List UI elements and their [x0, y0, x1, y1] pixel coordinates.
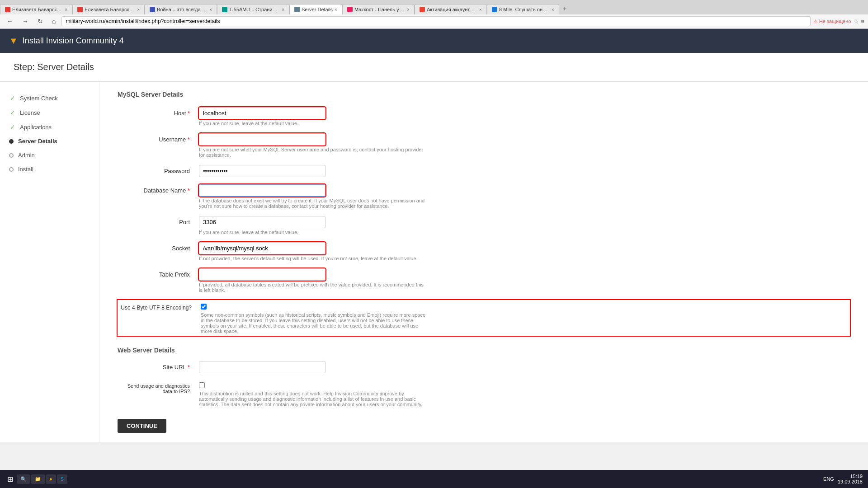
tableprefix-input[interactable]	[199, 268, 326, 281]
back-button[interactable]: ←	[4, 16, 16, 26]
sidebar-item-license[interactable]: ✓License	[7, 105, 92, 120]
tab7-close[interactable]: ×	[479, 7, 482, 12]
port-input[interactable]	[199, 216, 326, 228]
username-input[interactable]	[199, 133, 326, 145]
port-hint: If you are not sure, leave at the defaul…	[199, 230, 425, 235]
sidebar-icon-applications: ✓	[9, 123, 16, 131]
page-title: Step: Server Details	[14, 62, 854, 72]
tableprefix-field: If provided, all database tables created…	[199, 268, 425, 293]
dbname-row: Database Name * If the database does not…	[118, 184, 850, 209]
browser-tab-tab8[interactable]: 8 Mile. Слушать онлай...×	[487, 4, 559, 14]
username-row: Username * If you are not sure what your…	[118, 133, 850, 158]
tab2-title: Елизавета Баварская: 1с...	[85, 7, 135, 12]
sidebar-icon-install	[9, 167, 14, 172]
url-input[interactable]	[61, 16, 810, 26]
sidebar-label-server-details: Server Details	[18, 138, 57, 145]
password-label: Password	[118, 165, 199, 174]
tab8-close[interactable]: ×	[552, 7, 554, 12]
page-content: ▼ Install Invision Community 4 Step: Ser…	[0, 29, 868, 442]
siteurl-input[interactable]	[199, 361, 326, 373]
tab6-close[interactable]: ×	[407, 7, 410, 12]
siteurl-row: Site URL *	[118, 361, 850, 373]
usage-label: Send usage and diagnostics data to IPS?	[118, 380, 199, 394]
sidebar-icon-server-details	[9, 139, 14, 144]
sidebar-label-install: Install	[18, 166, 33, 173]
socket-label: Socket	[118, 242, 199, 252]
sidebar-item-install[interactable]: Install	[7, 162, 92, 176]
tableprefix-row: Table Prefix If provided, all database t…	[118, 268, 850, 293]
forward-button[interactable]: →	[19, 16, 32, 26]
port-row: Port If you are not sure, leave at the d…	[118, 216, 850, 235]
utf8-row: Use 4-Byte UTF-8 Encoding? Some non-comm…	[118, 300, 850, 336]
browser-tab-tab7[interactable]: Активация аккаунта а2...×	[415, 4, 487, 14]
usage-hint: This distribution is nulled and this set…	[199, 391, 425, 407]
socket-row: Socket If not provided, the server's def…	[118, 242, 850, 261]
address-bar: ← → ↻ ⌂ ⚠ Не защищено ☆ ≡	[0, 14, 868, 28]
sidebar-label-admin: Admin	[18, 152, 35, 159]
tab5-favicon	[294, 7, 300, 12]
browser-tab-tab6[interactable]: Макхост - Панель упра...×	[342, 4, 415, 14]
tab4-title: T-55AM-1 - Страница 9...	[229, 7, 280, 12]
browser-tab-tab3[interactable]: Война – это всегда тра...×	[145, 4, 217, 14]
host-label: Host *	[118, 107, 199, 117]
browser-tab-tab5[interactable]: Server Details×	[289, 4, 342, 14]
tab2-close[interactable]: ×	[137, 7, 140, 12]
tab3-title: Война – это всегда тра...	[157, 7, 208, 12]
tab7-favicon	[420, 7, 425, 12]
socket-input[interactable]	[199, 242, 326, 254]
siteurl-label: Site URL *	[118, 361, 199, 371]
sidebar-label-license: License	[20, 109, 40, 116]
tab1-title: Елизавета Баварская им...	[12, 7, 63, 12]
header-logo: ▼	[9, 36, 18, 46]
dbname-label: Database Name *	[118, 184, 199, 194]
tab1-close[interactable]: ×	[65, 7, 67, 12]
layout: ✓System Check✓License✓ApplicationsServer…	[0, 82, 868, 442]
tab-bar: Елизавета Баварская им...×Елизавета Бава…	[0, 0, 868, 14]
password-row: Password	[118, 165, 850, 177]
sidebar-item-system-check[interactable]: ✓System Check	[7, 91, 92, 105]
username-hint: If you are not sure what your MySQL Serv…	[199, 147, 425, 158]
siteurl-required: *	[188, 364, 190, 371]
dbname-required: *	[188, 187, 190, 194]
tab4-favicon	[222, 7, 227, 12]
dbname-input[interactable]	[199, 184, 326, 197]
sidebar-label-applications: Applications	[20, 124, 52, 131]
tab5-close[interactable]: ×	[335, 7, 337, 12]
siteurl-field	[199, 361, 425, 373]
sidebar-icon-license: ✓	[9, 109, 16, 116]
home-button[interactable]: ⌂	[49, 16, 59, 26]
actions: CONTINUE	[118, 414, 850, 433]
browser-tab-tab4[interactable]: T-55AM-1 - Страница 9...×	[217, 4, 289, 14]
tab6-favicon	[347, 7, 353, 12]
tab3-favicon	[150, 7, 155, 12]
bookmark-icon[interactable]: ☆	[854, 18, 859, 25]
refresh-button[interactable]: ↻	[34, 16, 46, 26]
username-label: Username *	[118, 133, 199, 143]
tab4-close[interactable]: ×	[282, 7, 284, 12]
main-form: MySQL Server Details Host * If you are n…	[99, 82, 868, 442]
tab2-favicon	[77, 7, 83, 12]
port-label: Port	[118, 216, 199, 225]
app-header: ▼ Install Invision Community 4	[0, 29, 868, 53]
sidebar-item-applications[interactable]: ✓Applications	[7, 120, 92, 134]
tableprefix-hint: If provided, all database tables created…	[199, 282, 425, 293]
password-input[interactable]	[199, 165, 326, 177]
new-tab-button[interactable]: +	[559, 3, 570, 14]
continue-button[interactable]: CONTINUE	[118, 419, 166, 433]
host-input[interactable]	[199, 107, 326, 119]
host-row: Host * If you are not sure, leave at the…	[118, 107, 850, 126]
menu-icon[interactable]: ≡	[861, 18, 864, 25]
usage-checkbox[interactable]	[199, 382, 205, 388]
host-required: *	[188, 110, 190, 117]
sidebar-item-server-details: Server Details	[7, 134, 92, 148]
browser-tab-tab1[interactable]: Елизавета Баварская им...×	[0, 4, 72, 14]
sidebar-icon-system-check: ✓	[9, 94, 16, 102]
utf8-hint: Some non-common symbols (such as histori…	[201, 312, 427, 334]
sidebar-icon-admin	[9, 153, 14, 158]
page-header: Step: Server Details	[0, 53, 868, 82]
utf8-checkbox[interactable]	[201, 304, 207, 310]
sidebar-item-admin[interactable]: Admin	[7, 148, 92, 162]
tab3-close[interactable]: ×	[209, 7, 212, 12]
tab5-title: Server Details	[302, 7, 333, 12]
browser-tab-tab2[interactable]: Елизавета Баварская: 1с...×	[72, 4, 145, 14]
